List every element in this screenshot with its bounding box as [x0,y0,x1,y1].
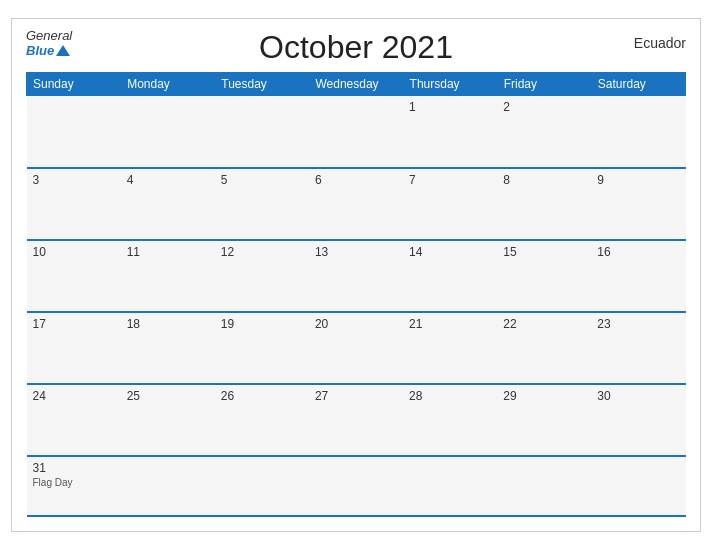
day-cell: 15 [497,240,591,312]
day-cell: 21 [403,312,497,384]
weekday-header-sunday: Sunday [27,73,121,96]
day-number: 6 [315,173,397,187]
day-number: 25 [127,389,209,403]
week-row-3: 17181920212223 [27,312,686,384]
weekday-header-friday: Friday [497,73,591,96]
weekday-header-thursday: Thursday [403,73,497,96]
weekday-header-monday: Monday [121,73,215,96]
logo-blue-text: Blue [26,44,54,58]
day-cell: 30 [591,384,685,456]
day-number: 12 [221,245,303,259]
calendar-container: General Blue October 2021 Ecuador Sunday… [11,18,701,532]
day-number: 21 [409,317,491,331]
day-cell: 13 [309,240,403,312]
logo: General Blue [26,29,72,58]
day-number: 19 [221,317,303,331]
day-cell: 11 [121,240,215,312]
day-number: 13 [315,245,397,259]
logo-triangle-icon [56,45,70,56]
day-cell [309,96,403,168]
day-number: 16 [597,245,679,259]
day-number: 26 [221,389,303,403]
day-number: 15 [503,245,585,259]
calendar-grid: SundayMondayTuesdayWednesdayThursdayFrid… [26,72,686,517]
week-row-0: 12 [27,96,686,168]
day-number: 20 [315,317,397,331]
day-cell: 4 [121,168,215,240]
day-cell: 31Flag Day [27,456,121,516]
day-cell: 20 [309,312,403,384]
weekday-header-wednesday: Wednesday [309,73,403,96]
day-cell [403,456,497,516]
logo-general-text: General [26,29,72,43]
day-number: 5 [221,173,303,187]
day-number: 31 [33,461,115,475]
calendar-thead: SundayMondayTuesdayWednesdayThursdayFrid… [27,73,686,96]
day-cell: 28 [403,384,497,456]
day-cell [121,96,215,168]
day-number: 18 [127,317,209,331]
calendar-tbody: 1234567891011121314151617181920212223242… [27,96,686,516]
day-number: 2 [503,100,585,114]
day-number: 29 [503,389,585,403]
day-number: 17 [33,317,115,331]
day-cell [591,456,685,516]
day-cell: 22 [497,312,591,384]
day-cell: 25 [121,384,215,456]
weekday-header-tuesday: Tuesday [215,73,309,96]
day-cell: 7 [403,168,497,240]
calendar-title: October 2021 [26,29,686,66]
day-number: 28 [409,389,491,403]
day-cell: 1 [403,96,497,168]
weekday-header-saturday: Saturday [591,73,685,96]
day-event: Flag Day [33,477,115,488]
day-cell: 18 [121,312,215,384]
day-cell: 17 [27,312,121,384]
day-number: 30 [597,389,679,403]
week-row-5: 31Flag Day [27,456,686,516]
day-number: 27 [315,389,397,403]
day-number: 11 [127,245,209,259]
day-cell: 3 [27,168,121,240]
day-cell: 12 [215,240,309,312]
day-cell [215,96,309,168]
day-cell [27,96,121,168]
day-number: 14 [409,245,491,259]
day-cell: 19 [215,312,309,384]
day-cell: 27 [309,384,403,456]
day-number: 4 [127,173,209,187]
week-row-4: 24252627282930 [27,384,686,456]
calendar-header: General Blue October 2021 Ecuador [26,29,686,66]
day-cell: 6 [309,168,403,240]
day-cell: 29 [497,384,591,456]
day-cell: 8 [497,168,591,240]
day-cell: 5 [215,168,309,240]
day-cell [591,96,685,168]
day-number: 24 [33,389,115,403]
week-row-1: 3456789 [27,168,686,240]
day-number: 1 [409,100,491,114]
day-cell: 16 [591,240,685,312]
day-cell: 14 [403,240,497,312]
day-number: 9 [597,173,679,187]
day-cell: 24 [27,384,121,456]
day-number: 8 [503,173,585,187]
calendar-country: Ecuador [634,35,686,51]
week-row-2: 10111213141516 [27,240,686,312]
day-number: 7 [409,173,491,187]
day-cell [121,456,215,516]
day-cell: 9 [591,168,685,240]
day-cell [215,456,309,516]
day-cell: 2 [497,96,591,168]
day-number: 22 [503,317,585,331]
day-cell: 10 [27,240,121,312]
day-cell [497,456,591,516]
day-number: 3 [33,173,115,187]
day-number: 23 [597,317,679,331]
day-cell: 23 [591,312,685,384]
day-cell: 26 [215,384,309,456]
day-number: 10 [33,245,115,259]
day-cell [309,456,403,516]
weekday-header-row: SundayMondayTuesdayWednesdayThursdayFrid… [27,73,686,96]
